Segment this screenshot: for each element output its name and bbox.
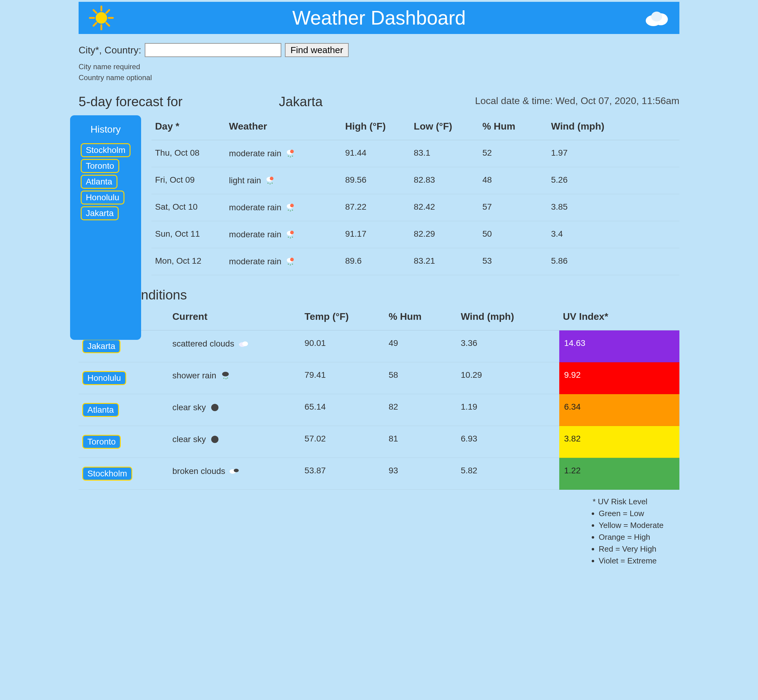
current-cond: broken clouds: [169, 458, 301, 490]
current-temp: 57.02: [301, 426, 385, 458]
current-wind: 3.36: [457, 330, 559, 362]
city-input[interactable]: [145, 43, 281, 57]
forecast-day: Mon, Oct 12: [152, 248, 225, 275]
history-title: History: [91, 124, 121, 135]
forecast-row: Mon, Oct 12moderate rain89.683.21535.86: [152, 248, 680, 275]
svg-point-23: [291, 203, 294, 207]
history-item-atlanta[interactable]: Atlanta: [81, 175, 117, 189]
svg-point-42: [227, 377, 228, 378]
uv-legend: * UV Risk Level Green = LowYellow = Mode…: [588, 496, 680, 567]
rain-icon: [285, 256, 296, 267]
forecast-row: Sun, Oct 11moderate rain91.1782.29503.4: [152, 221, 680, 248]
history-item-honolulu[interactable]: Honolulu: [81, 191, 125, 205]
svg-point-14: [288, 156, 289, 156]
svg-point-24: [288, 210, 289, 211]
svg-point-0: [95, 12, 107, 23]
forecast-city: Jakarta: [279, 94, 493, 109]
forecast-col-0: Day *: [152, 115, 225, 140]
hint-line-2: Country name optional: [78, 72, 680, 83]
clear-night-icon: [209, 402, 220, 413]
svg-point-30: [290, 237, 291, 238]
cloud-icon: [238, 338, 249, 349]
forecast-high: 91.17: [341, 221, 410, 248]
search-hint: City name required Country name optional: [78, 61, 680, 83]
forecast-high: 89.56: [341, 167, 410, 194]
svg-point-33: [291, 258, 294, 261]
forecast-row: Fri, Oct 09light rain89.5682.83485.26: [152, 167, 680, 194]
rain-icon: [285, 148, 296, 159]
current-row: Atlantaclear sky65.14821.196.34: [78, 394, 680, 426]
forecast-high: 87.22: [341, 194, 410, 221]
city-chip-stockholm[interactable]: Stockholm: [82, 467, 132, 481]
svg-point-31: [292, 237, 293, 238]
current-row: Honolulushower rain79.415810.299.92: [78, 362, 680, 394]
city-chip-atlanta[interactable]: Atlanta: [82, 403, 119, 417]
forecast-wind: 3.4: [547, 221, 680, 248]
history-item-jakarta[interactable]: Jakarta: [81, 206, 119, 220]
current-cond: scattered clouds: [169, 330, 301, 362]
history-item-stockholm[interactable]: Stockholm: [81, 143, 131, 157]
legend-item: Yellow = Moderate: [599, 519, 680, 531]
forecast-hum: 53: [479, 248, 547, 275]
uv-index: 1.22: [559, 458, 680, 490]
svg-point-28: [291, 231, 294, 234]
current-row: Jakartascattered clouds90.01493.3614.63: [78, 330, 680, 362]
svg-point-18: [270, 177, 274, 180]
forecast-wind: 5.26: [547, 167, 680, 194]
current-row: Stockholmbroken clouds53.87935.821.22: [78, 458, 680, 490]
svg-point-34: [288, 264, 289, 265]
svg-point-35: [290, 264, 291, 265]
header: Weather Dashboard: [78, 2, 680, 34]
city-chip-toronto[interactable]: Toronto: [82, 435, 121, 449]
forecast-hum: 57: [479, 194, 547, 221]
current-col-5: UV Index*: [559, 306, 680, 330]
forecast-hum: 48: [479, 167, 547, 194]
history-item-toronto[interactable]: Toronto: [81, 159, 119, 173]
svg-point-41: [225, 378, 227, 379]
current-hum: 58: [385, 362, 457, 394]
svg-line-7: [106, 10, 109, 13]
svg-point-19: [268, 183, 269, 184]
uv-index: 9.92: [559, 362, 680, 394]
current-conditions-title: Current conditions: [78, 288, 680, 303]
forecast-high: 91.44: [341, 140, 410, 167]
svg-line-8: [94, 23, 96, 25]
forecast-row: Thu, Oct 08moderate rain91.4483.1521.97: [152, 140, 680, 167]
current-temp: 53.87: [301, 458, 385, 490]
history-panel: History StockholmTorontoAtlantaHonoluluJ…: [70, 115, 141, 340]
current-col-4: Wind (mph): [457, 306, 559, 330]
forecast-day: Sun, Oct 11: [152, 221, 225, 248]
forecast-low: 83.1: [410, 140, 479, 167]
legend-item: Red = Very High: [599, 543, 680, 555]
svg-point-40: [223, 378, 224, 379]
city-chip-jakarta[interactable]: Jakarta: [82, 339, 120, 353]
forecast-high: 89.6: [341, 248, 410, 275]
forecast-day: Thu, Oct 08: [152, 140, 225, 167]
svg-point-25: [290, 210, 291, 211]
forecast-col-2: High (°F): [341, 115, 410, 140]
current-col-1: Current: [169, 306, 301, 330]
current-row: Torontoclear sky57.02816.933.82: [78, 426, 680, 458]
svg-point-38: [242, 341, 248, 346]
clear-night-icon: [209, 434, 220, 445]
legend-title: * UV Risk Level: [592, 496, 680, 508]
forecast-label: 5-day forecast for: [78, 94, 279, 109]
forecast-low: 82.29: [410, 221, 479, 248]
city-chip-honolulu[interactable]: Honolulu: [82, 371, 126, 385]
svg-point-44: [211, 436, 219, 443]
current-city: Toronto: [78, 426, 169, 458]
current-hum: 93: [385, 458, 457, 490]
broken-icon: [229, 466, 240, 477]
rain-icon: [285, 229, 296, 240]
legend-item: Orange = High: [599, 531, 680, 543]
svg-point-15: [290, 156, 291, 157]
rain-icon: [285, 202, 296, 213]
forecast-col-4: % Hum: [479, 115, 547, 140]
local-time: Local date & time: Wed, Oct 07, 2020, 11…: [475, 94, 680, 108]
current-wind: 5.82: [457, 458, 559, 490]
page-title: Weather Dashboard: [115, 7, 643, 29]
current-city: Stockholm: [78, 458, 169, 490]
find-weather-button[interactable]: Find weather: [285, 43, 349, 57]
search-label: City*, Country:: [78, 45, 141, 56]
current-temp: 79.41: [301, 362, 385, 394]
